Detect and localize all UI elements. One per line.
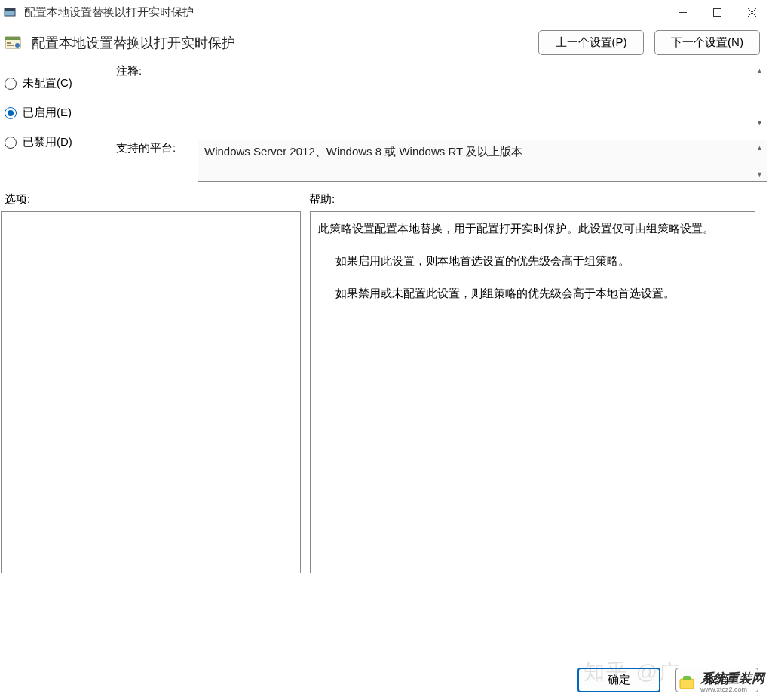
next-setting-button[interactable]: 下一个设置(N) [654, 30, 760, 55]
window-controls [665, 0, 769, 24]
svg-rect-1 [5, 8, 15, 11]
ok-button[interactable]: 确定 [577, 668, 660, 692]
svg-rect-9 [7, 45, 14, 46]
dialog-buttons: 确定 取消 [577, 668, 758, 692]
header: 配置本地设置替换以打开实时保护 上一个设置(P) 下一个设置(N) [0, 24, 772, 60]
close-button[interactable] [734, 0, 769, 24]
scroll-down-icon[interactable]: ▼ [753, 116, 766, 129]
help-label: 帮助: [309, 192, 335, 207]
radio-icon [5, 137, 17, 149]
radio-not-configured[interactable]: 未配置(C) [5, 76, 103, 91]
svg-rect-8 [7, 42, 11, 44]
svg-point-10 [15, 43, 20, 48]
radio-enabled[interactable]: 已启用(E) [5, 106, 103, 120]
comment-value [198, 63, 767, 72]
radio-icon [5, 107, 17, 119]
policy-icon [5, 35, 23, 51]
titlebar: 配置本地设置替换以打开实时保护 [0, 0, 772, 24]
help-paragraph: 此策略设置配置本地替换，用于配置打开实时保护。此设置仅可由组策略设置。 [318, 220, 747, 238]
scroll-down-icon[interactable]: ▼ [753, 167, 766, 180]
maximize-button[interactable] [700, 0, 734, 24]
radio-icon [5, 78, 17, 90]
help-paragraph: 如果禁用或未配置此设置，则组策略的优先级会高于本地首选设置。 [318, 284, 747, 303]
window-icon [3, 5, 18, 20]
comment-field[interactable]: ▲ ▼ [198, 63, 767, 130]
state-radio-group: 未配置(C) 已启用(E) 已禁用(D) [5, 63, 103, 182]
radio-disabled[interactable]: 已禁用(D) [5, 135, 103, 149]
svg-rect-7 [5, 37, 20, 40]
radio-label: 未配置(C) [23, 76, 72, 91]
help-paragraph: 如果启用此设置，则本地首选设置的优先级会高于组策略。 [318, 252, 747, 271]
policy-title: 配置本地设置替换以打开实时保护 [32, 34, 529, 52]
radio-label: 已禁用(D) [23, 135, 72, 149]
platform-label: 支持的平台: [116, 140, 191, 155]
options-panel [1, 211, 301, 573]
scroll-up-icon[interactable]: ▲ [753, 141, 766, 154]
radio-label: 已启用(E) [23, 106, 72, 120]
options-label: 选项: [5, 192, 309, 207]
cancel-button[interactable]: 取消 [676, 668, 758, 692]
window-title: 配置本地设置替换以打开实时保护 [24, 5, 665, 20]
platform-value: Windows Server 2012、Windows 8 或 Windows … [198, 140, 767, 164]
svg-rect-3 [713, 8, 721, 16]
minimize-button[interactable] [665, 0, 700, 24]
platform-field: Windows Server 2012、Windows 8 或 Windows … [198, 140, 767, 182]
scroll-up-icon[interactable]: ▲ [753, 64, 766, 77]
previous-setting-button[interactable]: 上一个设置(P) [538, 30, 644, 55]
help-panel: 此策略设置配置本地替换，用于配置打开实时保护。此设置仅可由组策略设置。 如果启用… [310, 211, 755, 573]
comment-label: 注释: [116, 63, 191, 78]
